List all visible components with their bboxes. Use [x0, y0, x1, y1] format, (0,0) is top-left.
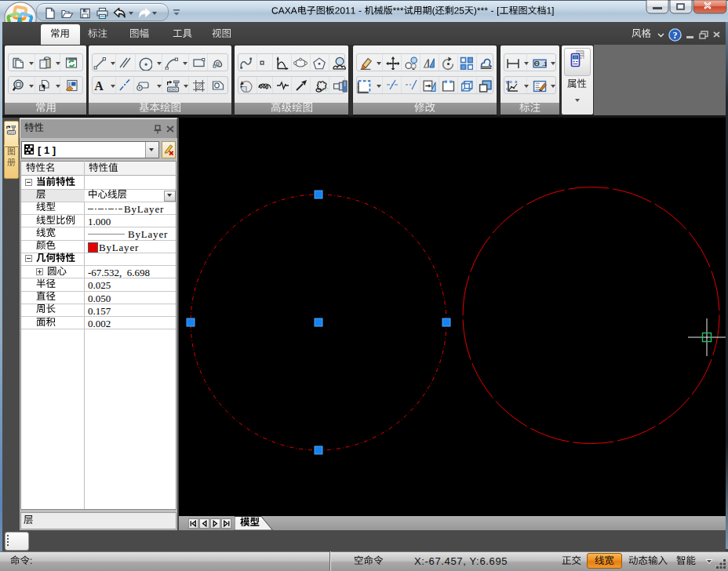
svg-text:?: ?: [673, 30, 678, 41]
svg-text:Y: Y: [505, 80, 508, 85]
svg-text:A: A: [94, 79, 104, 92]
svg-text:o: o: [506, 86, 509, 91]
svg-text:o: o: [509, 79, 512, 84]
svg-text:.1: .1: [542, 60, 547, 67]
svg-text:x: x: [515, 79, 518, 84]
